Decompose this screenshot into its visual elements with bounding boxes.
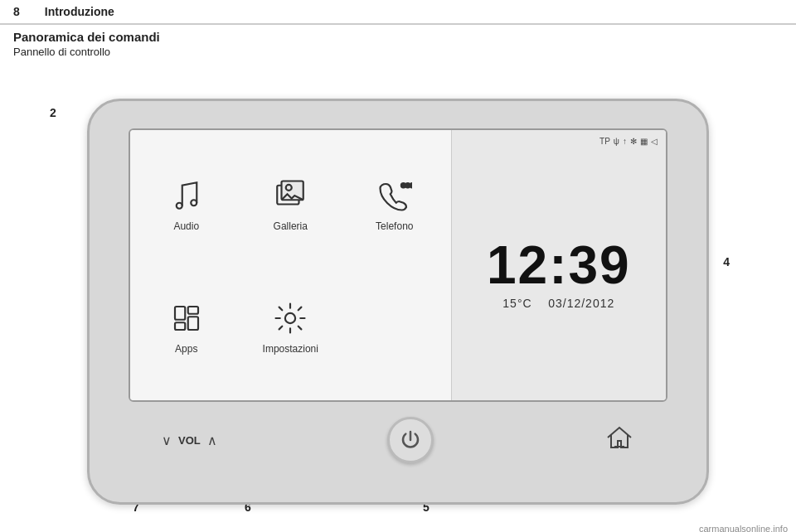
menu-item-galleria[interactable]: Galleria (243, 147, 339, 261)
clock-date: 03/12/2012 (548, 297, 614, 310)
svg-rect-10 (175, 322, 185, 330)
svg-point-12 (285, 313, 295, 323)
watermark: carmanualsonline.info (699, 524, 788, 532)
section-title: Panoramica dei comandi (0, 25, 796, 46)
vol-control: ∨ VOL ∧ (162, 433, 217, 448)
clock-time: 12:39 (487, 239, 631, 292)
impostazioni-icon (270, 298, 310, 338)
menu-empty-cell (347, 269, 443, 384)
impostazioni-label: Impostazioni (263, 343, 318, 355)
power-button[interactable] (387, 417, 434, 463)
galleria-icon (270, 176, 310, 215)
status-storage: ▦ (640, 137, 648, 146)
svg-point-0 (177, 203, 182, 209)
home-button[interactable] (604, 423, 634, 458)
menu-item-apps[interactable]: Apps (138, 269, 235, 384)
vol-down-button[interactable]: ∨ (162, 433, 172, 448)
svg-point-1 (191, 200, 197, 206)
status-bluetooth: ✻ (630, 137, 637, 146)
svg-rect-9 (188, 307, 198, 314)
main-content: 2 3 1 4 5 6 7 Audio (0, 65, 796, 532)
menu-item-impostazioni[interactable]: Impostazioni (243, 269, 339, 384)
vol-up-button[interactable]: ∧ (207, 433, 217, 448)
audio-label: Audio (173, 220, 199, 232)
status-tp: TP (599, 137, 610, 146)
menu-panel: Audio Galleria (130, 130, 452, 400)
status-mute: ◁ (651, 137, 658, 146)
device-shell: Audio Galleria (87, 99, 709, 505)
label-2: 2 (50, 106, 56, 119)
audio-icon (167, 176, 206, 215)
svg-rect-13 (614, 446, 624, 447)
info-panel: TP ψ ↑ ✻ ▦ ◁ 12:39 15°C 03/12/2012 (452, 130, 666, 400)
svg-rect-8 (175, 307, 185, 320)
galleria-label: Galleria (274, 220, 308, 232)
page-header: 8 Introduzione (0, 0, 796, 24)
status-bar: TP ψ ↑ ✻ ▦ ◁ (460, 137, 658, 146)
page-number: 8 (13, 5, 20, 18)
menu-item-telefono[interactable]: Telefono (347, 147, 443, 261)
page-title: Introduzione (45, 5, 114, 18)
clock-display: 12:39 15°C 03/12/2012 (460, 154, 658, 394)
screen-area: Audio Galleria (129, 128, 667, 402)
telefono-label: Telefono (376, 220, 413, 232)
menu-item-audio[interactable]: Audio (138, 147, 235, 261)
vol-label: VOL (178, 434, 201, 447)
svg-rect-11 (188, 317, 198, 330)
label-4: 4 (723, 255, 730, 268)
telefono-icon (375, 176, 415, 215)
svg-point-7 (410, 183, 412, 187)
controls-bar: ∨ VOL ∧ (129, 405, 667, 475)
section-subtitle: Pannello di controllo (0, 46, 796, 65)
status-signal: ↑ (623, 137, 627, 146)
apps-icon (167, 298, 206, 338)
apps-label: Apps (175, 343, 197, 355)
clock-temp: 15°C (502, 297, 531, 310)
clock-date-line: 15°C 03/12/2012 (502, 297, 614, 310)
status-wifi: ψ (614, 137, 619, 146)
